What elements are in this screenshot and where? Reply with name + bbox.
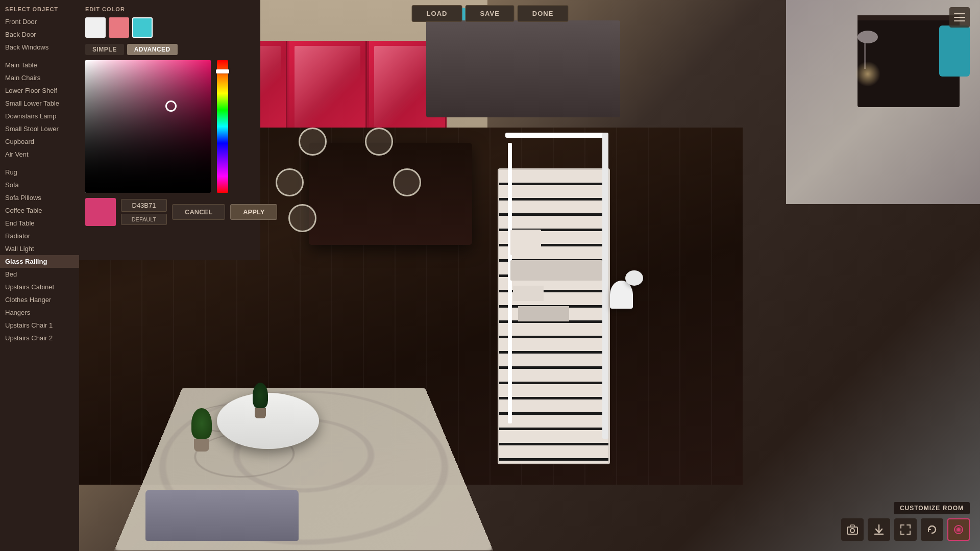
color-preview xyxy=(85,198,116,226)
load-button[interactable]: LOAD xyxy=(412,5,462,22)
action-buttons: CANCEL APPLY xyxy=(172,204,277,220)
done-button[interactable]: DONE xyxy=(518,5,569,22)
color-theme-icon-button[interactable] xyxy=(947,518,970,541)
sidebar-header: SELECT OBJECT xyxy=(0,2,79,15)
sidebar-item-main-table[interactable]: Main Table xyxy=(0,59,79,71)
sidebar-item-wall-light[interactable]: Wall Light xyxy=(0,242,79,255)
hamburger-line-1 xyxy=(954,13,965,14)
color-panel: EDIT COLOR SIMPLE ADVANCED DEFAULT CANCE… xyxy=(79,0,260,260)
hue-slider[interactable] xyxy=(217,60,228,193)
color-picker-area[interactable] xyxy=(85,60,228,193)
mode-buttons: SIMPLE ADVANCED xyxy=(85,44,254,55)
sidebar-item-radiator[interactable]: Radiator xyxy=(0,230,79,242)
hamburger-line-3 xyxy=(954,20,965,21)
default-button[interactable]: DEFAULT xyxy=(121,214,167,225)
hue-slider-thumb[interactable] xyxy=(216,69,229,73)
plant-leaves xyxy=(191,408,212,439)
bottom-toolbar: CUSTOMIZE ROOM xyxy=(841,502,970,541)
download-icon-button[interactable] xyxy=(868,518,890,541)
decorative-sphere xyxy=(625,270,643,286)
dining-chair-1 xyxy=(299,128,327,156)
decorative-cylinder xyxy=(610,281,633,309)
swatch-white[interactable] xyxy=(85,17,106,38)
lamp-glow xyxy=(855,61,880,87)
hamburger-menu[interactable] xyxy=(949,7,970,28)
apply-button[interactable]: APPLY xyxy=(230,204,277,220)
hamburger-line-2 xyxy=(954,17,965,18)
dining-chair-2 xyxy=(365,128,393,156)
color-gradient[interactable] xyxy=(85,60,211,193)
advanced-mode-button[interactable]: ADVANCED xyxy=(127,44,178,55)
svg-rect-2 xyxy=(850,525,854,527)
color-swatches xyxy=(85,17,254,38)
color-bottom-controls: DEFAULT CANCEL APPLY xyxy=(85,198,254,226)
sidebar-item-upstairs-chair-1[interactable]: Upstairs Chair 1 xyxy=(0,319,79,332)
camera-icon-button[interactable] xyxy=(841,518,864,541)
sidebar-item-small-stool-lower[interactable]: Small Stool Lower xyxy=(0,122,79,135)
sidebar-item-front-door[interactable]: Front Door xyxy=(0,15,79,28)
sidebar-item-bed[interactable]: Bed xyxy=(0,268,79,281)
top-toolbar: LOAD SAVE DONE xyxy=(412,5,569,22)
sidebar: SELECT OBJECT Front Door Back Door Back … xyxy=(0,0,79,551)
resize-icon-button[interactable] xyxy=(894,518,917,541)
plant-2 xyxy=(253,383,268,418)
stair-step xyxy=(510,260,602,281)
sidebar-item-back-windows[interactable]: Back Windows xyxy=(0,41,79,54)
stair-landing-platform xyxy=(510,230,541,255)
sidebar-item-hangers[interactable]: Hangers xyxy=(0,306,79,319)
sidebar-item-downstairs-lamp[interactable]: Downstairs Lamp xyxy=(0,110,79,122)
rotate-icon-button[interactable] xyxy=(921,518,943,541)
swatch-pink[interactable] xyxy=(109,17,129,38)
sidebar-item-upstairs-cabinet[interactable]: Upstairs Cabinet xyxy=(0,281,79,293)
sidebar-item-rug[interactable]: Rug xyxy=(0,166,79,179)
swatch-teal[interactable] xyxy=(132,17,153,38)
lamp-shade xyxy=(857,31,878,43)
sidebar-item-sofa-pillows[interactable]: Sofa Pillows xyxy=(0,191,79,204)
plant-pot xyxy=(194,439,209,452)
sidebar-item-main-chairs[interactable]: Main Chairs xyxy=(0,71,79,84)
dining-chair-4 xyxy=(393,168,421,196)
bottom-icon-row xyxy=(841,518,970,541)
sidebar-item-small-lower-table[interactable]: Small Lower Table xyxy=(0,97,79,110)
banister-right xyxy=(602,133,608,439)
customize-room-label: CUSTOMIZE ROOM xyxy=(894,502,970,514)
plant-lower xyxy=(191,408,212,449)
sidebar-item-back-door[interactable]: Back Door xyxy=(0,28,79,41)
sofa-back xyxy=(140,487,304,505)
sidebar-item-sofa[interactable]: Sofa xyxy=(0,179,79,191)
color-inputs: DEFAULT xyxy=(121,199,167,225)
banister-top xyxy=(505,133,607,138)
cancel-button[interactable]: CANCEL xyxy=(172,204,225,220)
sidebar-item-glass-railing[interactable]: Glass Railing xyxy=(0,255,79,268)
sidebar-item-end-table[interactable]: End Table xyxy=(0,217,79,230)
dining-chair-3 xyxy=(276,168,304,196)
sidebar-item-upstairs-chair-2[interactable]: Upstairs Chair 2 xyxy=(0,332,79,344)
bed-surface xyxy=(426,20,620,117)
dining-table xyxy=(309,143,472,245)
sidebar-item-coffee-table[interactable]: Coffee Table xyxy=(0,204,79,217)
banister-left xyxy=(508,143,512,423)
sidebar-item-air-vent[interactable]: Air Vent xyxy=(0,148,79,161)
upstairs-chair xyxy=(939,26,970,77)
svg-point-4 xyxy=(957,528,960,531)
coffee-table xyxy=(217,393,319,449)
sidebar-item-cupboard[interactable]: Cupboard xyxy=(0,135,79,148)
stair-step-3 xyxy=(518,306,569,321)
sidebar-item-lower-floor-shelf[interactable]: Lower Floor Shelf xyxy=(0,84,79,97)
simple-mode-button[interactable]: SIMPLE xyxy=(85,44,124,55)
save-button[interactable]: SAVE xyxy=(465,5,514,22)
color-panel-header: EDIT COLOR xyxy=(85,6,254,12)
stair-step-2 xyxy=(513,286,544,301)
hex-input[interactable] xyxy=(121,199,167,212)
sidebar-item-clothes-hanger[interactable]: Clothes Hanger xyxy=(0,293,79,306)
picker-cursor[interactable] xyxy=(165,101,177,112)
dining-chair-5 xyxy=(288,204,316,232)
svg-point-1 xyxy=(850,529,854,533)
